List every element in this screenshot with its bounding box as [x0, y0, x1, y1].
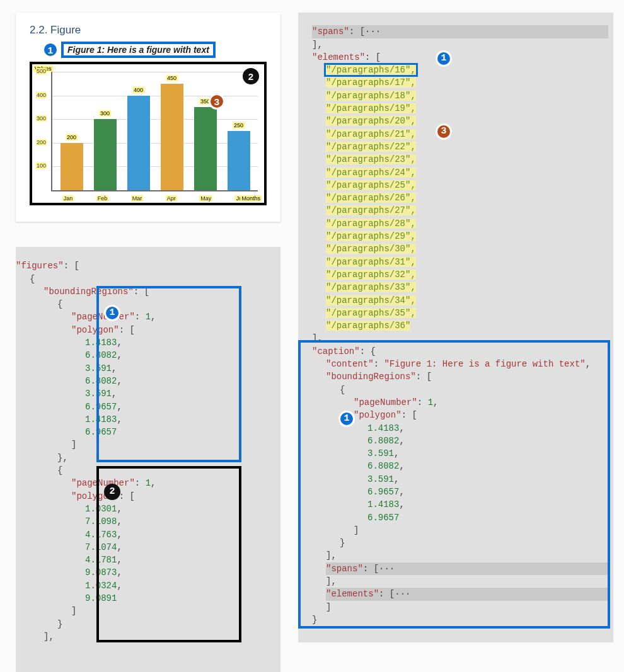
element-path: "/paragraphs/23",: [326, 154, 416, 164]
chart-x-tick: May: [199, 195, 212, 202]
chart-x-tick: Apr: [166, 195, 177, 202]
chart-bar: 350: [194, 107, 217, 190]
chart-bar-value: 400: [132, 87, 144, 93]
chart-bar: 400: [127, 96, 150, 190]
element-path: "/paragraphs/32",: [326, 270, 416, 280]
json-output-left: "figures": [ { "boundingRegions": [ { "p…: [16, 247, 280, 672]
element-path: "/paragraphs/17",: [326, 77, 416, 88]
element-path: "/paragraphs/36": [326, 321, 410, 331]
element-path: "/paragraphs/30",: [326, 244, 416, 254]
chart-bar: 300: [94, 119, 117, 190]
chart-y-tick: 200: [36, 139, 47, 145]
element-path: "/paragraphs/24",: [326, 168, 416, 178]
element-path: "/paragraphs/28",: [326, 219, 416, 229]
chart-x-tick: Mar: [131, 195, 144, 202]
annotation-badge-1-code: 1: [104, 305, 120, 321]
annotation-badge-2: 2: [243, 68, 259, 84]
figure-region-highlight: 2 3 Values 100200300400500 2003004004503…: [30, 62, 267, 205]
chart-bar: 250: [228, 131, 250, 190]
element-path: "/paragraphs/31",: [326, 257, 416, 267]
element-path: "/paragraphs/18",: [326, 91, 416, 101]
bar-chart: 100200300400500 200300400450350250: [51, 72, 258, 191]
element-path: "/paragraphs/26",: [326, 193, 416, 203]
json-output-right: "spans": [··· ], "elements": [ "/paragra…: [298, 13, 613, 642]
figure-caption-highlight: Figure 1: Here is a figure with text: [61, 42, 216, 58]
chart-bar: 450: [161, 84, 183, 190]
annotation-badge-1-right-b: 1: [338, 411, 355, 427]
element-path: "/paragraphs/27",: [326, 205, 416, 215]
document-preview: 2.2. Figure 1 Figure 1: Here is a figure…: [16, 13, 280, 222]
element-path: "/paragraphs/33",: [326, 282, 416, 292]
element-path: "/paragraphs/35",: [326, 308, 416, 318]
element-path: "/paragraphs/25",: [326, 180, 416, 190]
chart-bar-value: 250: [233, 122, 245, 128]
annotation-badge-1-right-a: 1: [436, 50, 452, 67]
first-element-highlight: "/paragraphs/16",: [326, 65, 416, 75]
chart-x-tick: Jan: [62, 195, 74, 202]
chart-x-tick: Feb: [96, 195, 109, 202]
element-path: "/paragraphs/21",: [326, 129, 416, 139]
doc-section-heading: 2.2. Figure: [30, 24, 267, 37]
element-path: "/paragraphs/19",: [326, 103, 416, 113]
chart-x-axis-label: Months: [240, 195, 262, 202]
chart-y-tick: 400: [36, 92, 47, 98]
chart-y-tick: 100: [36, 162, 47, 169]
annotation-badge-3: 3: [209, 93, 225, 110]
element-path: "/paragraphs/29",: [326, 231, 416, 241]
element-path: "/paragraphs/34",: [326, 295, 416, 305]
chart-bar-value: 300: [99, 110, 111, 117]
chart-y-tick: 300: [36, 115, 47, 122]
annotation-badge-1: 1: [42, 42, 59, 58]
chart-y-tick: 500: [36, 68, 47, 74]
chart-bar-value: 450: [166, 75, 178, 81]
chart-x-labels: JanFebMarAprMayJun: [51, 195, 258, 202]
element-path: "/paragraphs/20",: [326, 116, 416, 126]
chart-bar-value: 200: [66, 134, 78, 140]
annotation-badge-2-code: 2: [104, 484, 120, 500]
caption-block-highlight: [298, 340, 610, 629]
element-path: "/paragraphs/22",: [326, 142, 416, 152]
annotation-badge-3-right: 3: [436, 123, 452, 140]
chart-bar: 200: [61, 143, 83, 190]
